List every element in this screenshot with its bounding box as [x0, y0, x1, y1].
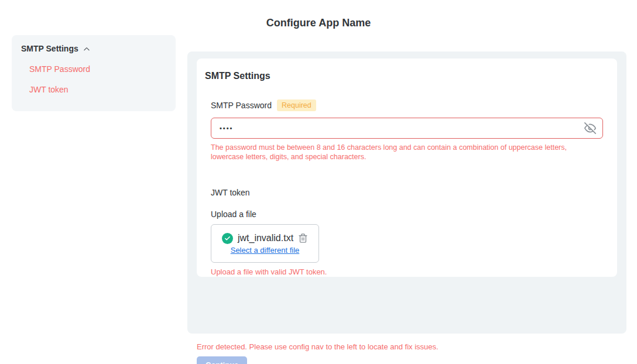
eye-off-icon: [584, 122, 596, 134]
continue-button[interactable]: Continue: [197, 356, 247, 364]
jwt-token-field: JWT token Upload a file jwt_invalid.txt: [211, 188, 603, 276]
config-nav-sidebar: SMTP Settings SMTP Password JWT token: [12, 35, 176, 111]
page-title: Configure App Name: [0, 17, 637, 29]
smtp-password-field: SMTP Password Required The password must…: [211, 99, 603, 162]
password-validation-message: The password must be between 8 and 16 ch…: [211, 143, 598, 162]
uploaded-file-name: jwt_invalid.txt: [238, 233, 293, 243]
trash-icon: [298, 233, 308, 243]
configure-app-screen: Configure App Name SMTP Settings SMTP Pa…: [0, 0, 637, 364]
upload-file-label: Upload a file: [211, 210, 603, 219]
required-badge: Required: [277, 99, 316, 111]
smtp-settings-card: SMTP Settings SMTP Password Required Th: [197, 59, 617, 277]
sidebar-section-label: SMTP Settings: [21, 44, 78, 53]
remove-file-button[interactable]: [298, 233, 308, 243]
password-visibility-toggle[interactable]: [584, 122, 596, 134]
jwt-validation-message: Upload a file with valid JWT token.: [211, 267, 603, 276]
jwt-token-label: JWT token: [211, 188, 603, 197]
sidebar-item-smtp-password[interactable]: SMTP Password: [29, 64, 166, 74]
form-error-message: Error detected. Please use config nav to…: [197, 342, 439, 351]
file-upload-box: jwt_invalid.txt Select a different file: [211, 224, 319, 263]
select-different-file-link[interactable]: Select a different file: [231, 246, 300, 255]
config-panel: SMTP Settings SMTP Password Required Th: [187, 51, 626, 334]
smtp-password-label: SMTP Password: [211, 101, 272, 110]
chevron-up-icon: [83, 45, 91, 53]
sidebar-item-jwt-token[interactable]: JWT token: [29, 85, 166, 94]
sidebar-section-smtp-settings[interactable]: SMTP Settings: [21, 44, 166, 53]
check-circle-icon: [222, 233, 233, 244]
smtp-password-input[interactable]: [211, 118, 603, 139]
card-heading: SMTP Settings: [205, 71, 603, 81]
